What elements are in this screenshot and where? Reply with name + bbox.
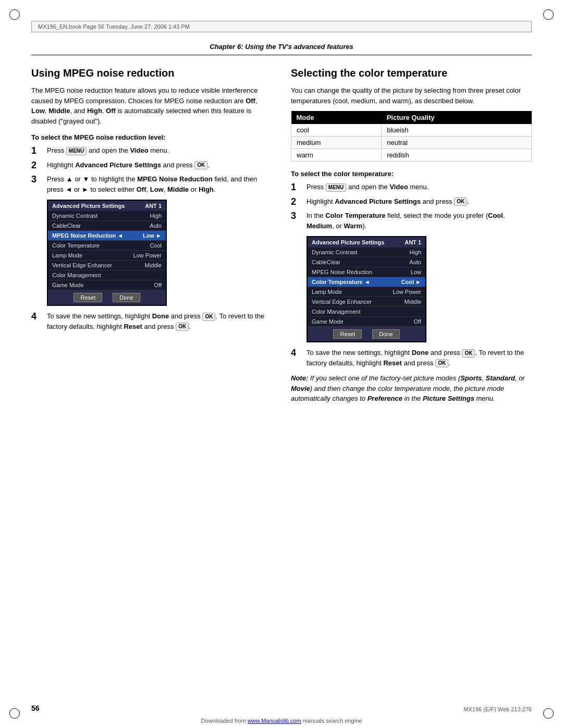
left-steps-list: 1 Press MENU and open the Video menu. 2 …	[31, 145, 272, 194]
table-cell-warm-mode: warm	[291, 149, 382, 162]
right-menu-row-color-temp: Color Temperature ◄ Cool ►	[308, 277, 425, 287]
right-menu-key-1: MENU	[326, 183, 346, 192]
right-menu-header: Advanced Picture Settings ANT 1	[308, 237, 425, 248]
table-cell-cool-mode: cool	[291, 124, 382, 137]
manualslib-link[interactable]: www.Manualslib.com	[248, 718, 301, 724]
left-tv-menu: Advanced Picture Settings ANT 1 Dynamic …	[47, 200, 167, 306]
right-ok-key-2: OK	[454, 198, 467, 206]
left-reset-button[interactable]: Reset	[74, 293, 102, 302]
right-steps-list: 1 Press MENU and open the Video menu. 2 …	[291, 182, 532, 231]
step-content-4-left: To save the new settings, highlight Done…	[47, 311, 272, 331]
ok-key-2: OK	[194, 161, 207, 169]
step-content-3: Press ▲ or ▼ to highlight the MPEG Noise…	[47, 174, 272, 194]
step-content-1: Press MENU and open the Video menu.	[47, 145, 272, 156]
left-done-button[interactable]: Done	[113, 293, 140, 302]
right-step-content-4: To save the new settings, highlight Done…	[307, 348, 532, 368]
table-row-warm: warm reddish	[291, 149, 532, 162]
right-menu-row-dynamic-contrast: Dynamic Contrast High	[308, 248, 425, 257]
left-step4-list: 4 To save the new settings, highlight Do…	[31, 311, 272, 331]
left-column: Using MPEG noise reduction The MPEG nois…	[31, 67, 272, 404]
table-header-quality: Picture Quality	[382, 111, 532, 124]
left-step-3: 3 Press ▲ or ▼ to highlight the MPEG Noi…	[31, 174, 272, 194]
left-menu-header: Advanced Picture Settings ANT 1	[48, 201, 166, 211]
right-menu-row-color-mgmt: Color Management	[308, 307, 425, 317]
right-step-1: 1 Press MENU and open the Video menu.	[291, 182, 532, 193]
right-step-4: 4 To save the new settings, highlight Do…	[291, 348, 532, 368]
page-container: MX196_EN.book Page 56 Tuesday, June 27, …	[0, 0, 563, 728]
corner-mark-tr	[543, 9, 554, 20]
menu-row-edge-enhancer: Vertical Edge Enhancer Middle	[48, 261, 166, 270]
left-section-heading: Using MPEG noise reduction	[31, 67, 272, 79]
chapter-title: Chapter 6: Using the TV's advanced featu…	[210, 43, 353, 51]
right-menu-row-mpeg-noise: MPEG Noise Reduction Low	[308, 267, 425, 277]
table-row-cool: cool blueish	[291, 124, 532, 137]
left-menu-ant: ANT 1	[145, 203, 162, 209]
right-menu-row-game-mode: Game Mode Off	[308, 317, 425, 327]
right-step-content-1: Press MENU and open the Video menu.	[307, 182, 532, 192]
left-menu-title: Advanced Picture Settings	[52, 203, 125, 209]
top-header: MX196_EN.book Page 56 Tuesday, June 27, …	[31, 21, 532, 32]
step-number-2: 2	[31, 160, 43, 171]
right-sub-heading: To select the color temperature:	[291, 170, 532, 178]
left-menu-footer: Reset Done	[48, 290, 166, 305]
menu-row-game-mode: Game Mode Off	[48, 280, 166, 290]
download-suffix: manuals search engine	[301, 718, 362, 724]
table-cell-medium-quality: neutral	[382, 137, 532, 149]
color-temp-table: Mode Picture Quality cool blueish medium…	[291, 111, 532, 162]
chapter-header: Chapter 6: Using the TV's advanced featu…	[31, 43, 532, 55]
menu-row-dynamic-contrast: Dynamic Contrast High	[48, 211, 166, 221]
right-tv-menu: Advanced Picture Settings ANT 1 Dynamic …	[307, 236, 426, 342]
right-step-2: 2 Highlight Advanced Picture Settings an…	[291, 196, 532, 208]
left-sub-heading: To select the MPEG noise reduction level…	[31, 133, 272, 141]
two-column-layout: Using MPEG noise reduction The MPEG nois…	[31, 67, 532, 404]
table-row-medium: medium neutral	[291, 137, 532, 149]
menu-row-cableclear: CableClear Auto	[48, 221, 166, 231]
corner-mark-tl	[9, 9, 20, 20]
ok-key-4b: OK	[176, 323, 189, 331]
page-footer: 56 MX196 (E/F) Web 213:276	[0, 704, 563, 712]
ok-key-4a: OK	[202, 313, 215, 321]
right-menu-row-edge-enhancer: Vertical Edge Enhancer Middle	[308, 297, 425, 307]
step-content-2: Highlight Advanced Picture Settings and …	[47, 160, 272, 170]
right-ok-key-4b: OK	[435, 359, 448, 367]
left-intro-text: The MPEG noise reduction feature allows …	[31, 85, 272, 126]
left-step-4: 4 To save the new settings, highlight Do…	[31, 311, 272, 331]
step-number-1: 1	[31, 145, 43, 157]
right-step-number-1: 1	[291, 182, 302, 193]
right-menu-row-lamp-mode: Lamp Mode Low Power	[308, 287, 425, 297]
right-intro-text: You can change the quality of the pictur…	[291, 85, 532, 106]
menu-row-color-mgmt: Color Management	[48, 270, 166, 280]
right-step-number-4: 4	[291, 348, 302, 359]
table-header-mode: Mode	[291, 111, 382, 124]
download-bar: Downloaded from www.Manualslib.com manua…	[0, 718, 563, 724]
right-done-button[interactable]: Done	[372, 329, 399, 339]
step-number-4-left: 4	[31, 311, 43, 323]
left-step-1: 1 Press MENU and open the Video menu.	[31, 145, 272, 157]
right-menu-ant: ANT 1	[405, 239, 421, 245]
right-step4-list: 4 To save the new settings, highlight Do…	[291, 348, 532, 368]
table-cell-cool-quality: blueish	[382, 124, 532, 137]
menu-key-1: MENU	[66, 147, 87, 155]
right-step-number-3: 3	[291, 211, 302, 222]
right-menu-footer: Reset Done	[308, 327, 425, 341]
table-cell-medium-mode: medium	[291, 137, 382, 149]
right-step-content-3: In the Color Temperature field, select t…	[307, 211, 532, 231]
table-cell-warm-quality: reddish	[382, 149, 532, 162]
right-section-heading: Selecting the color temperature	[291, 67, 532, 79]
page-number: 56	[31, 704, 40, 712]
right-step-content-2: Highlight Advanced Picture Settings and …	[307, 196, 532, 207]
right-column: Selecting the color temperature You can …	[291, 67, 532, 404]
left-step-2: 2 Highlight Advanced Picture Settings an…	[31, 160, 272, 171]
right-step-3: 3 In the Color Temperature field, select…	[291, 211, 532, 231]
footer-model-info: MX196 (E/F) Web 213:276	[463, 706, 532, 712]
menu-row-color-temp: Color Temperature Cool	[48, 241, 166, 251]
menu-row-mpeg-noise: MPEG Noise Reduction ◄ Low ►	[48, 231, 166, 241]
right-step-number-2: 2	[291, 196, 302, 208]
step-number-3: 3	[31, 174, 43, 186]
note-text: Note: If you select one of the factory-s…	[291, 373, 532, 404]
right-reset-button[interactable]: Reset	[333, 329, 362, 339]
download-prefix: Downloaded from	[201, 718, 248, 724]
menu-row-lamp-mode: Lamp Mode Low Power	[48, 251, 166, 261]
header-text: MX196_EN.book Page 56 Tuesday, June 27, …	[38, 23, 190, 30]
right-menu-row-cableclear: CableClear Auto	[308, 257, 425, 267]
